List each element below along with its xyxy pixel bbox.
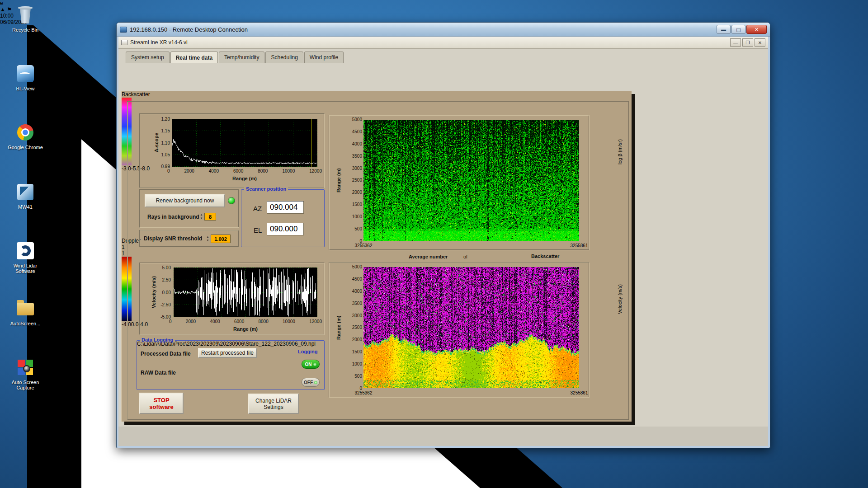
desktop-icon-label: Auto Screen Capture <box>4 380 47 390</box>
backscatter-xtick-right: 3255861 <box>571 243 588 248</box>
host-taskbar: e ▲ ⚑ 10:00 06/09/2023 <box>0 0 868 25</box>
tab-temp-humidity[interactable]: Temp/humidity <box>219 52 264 63</box>
backscatter-yticks: 5000450040003500300025002000150010005000 <box>345 117 362 244</box>
tick-label: 6000 <box>233 169 243 174</box>
app-window-title: StreamLine XR v14-6.vi <box>130 39 729 46</box>
tab-real-time-data[interactable]: Real time data <box>170 52 218 63</box>
desktop-icon-chrome[interactable]: Google Chrome <box>4 122 47 150</box>
desktop-icon-bl-view[interactable]: BL-View <box>4 63 47 91</box>
tick-label: 3500 <box>352 154 362 159</box>
desktop-icon-label: BL-View <box>4 86 47 91</box>
desktop-icon-label: AutoScreen... <box>4 321 47 326</box>
backscatter-xtick-left: 3255362 <box>355 243 373 248</box>
of-label: of <box>463 254 467 259</box>
ascope-xlabel: Range (m) <box>172 176 317 181</box>
tick-label: 8000 <box>259 319 269 324</box>
rays-value-field[interactable]: 8 <box>204 213 216 221</box>
desktop-icon-label: Google Chrome <box>4 145 47 150</box>
desktop-icon-wind-lidar[interactable]: Wind Lidar Software <box>4 240 47 274</box>
stop-software-button[interactable]: STOP software <box>139 393 184 414</box>
desktop-icon-autoscreen-folder[interactable]: AutoScreen... <box>4 298 47 326</box>
raw-data-file-label: RAW Data file <box>141 370 176 376</box>
internet-explorer-icon: e <box>0 0 3 6</box>
tab-wind-profile[interactable]: Wind profile <box>304 52 344 63</box>
tick-label: 3000 <box>352 166 362 171</box>
velocity-xlabel: Range (m) <box>174 326 317 332</box>
tick-label: 1.15 <box>161 128 170 133</box>
rdc-window-title: 192.168.0.150 - Remote Desktop Connectio… <box>130 26 716 33</box>
background-controls-group: Renew background now Rays in background … <box>139 189 239 228</box>
backscatter-toggle-label: Backscatter <box>531 253 559 259</box>
tab-scheduling[interactable]: Scheduling <box>265 52 303 63</box>
tick-label: 4000 <box>352 141 362 146</box>
backscatter-title: Backscatter <box>122 91 632 98</box>
rdc-close-button[interactable]: ✕ <box>746 25 767 34</box>
average-number-label: Average number <box>409 254 448 259</box>
ascope-xticks: 020004000600080001000012000 <box>167 169 322 174</box>
tick-label: 4500 <box>352 129 362 134</box>
renew-background-button[interactable]: Renew background now <box>145 194 225 207</box>
tick-label: 1500 <box>352 349 362 354</box>
snr-spinner[interactable]: ▲▼ <box>205 235 210 242</box>
rdc-icon <box>120 27 127 33</box>
tick-label: 5000 <box>352 264 362 269</box>
tick-label: 1.20 <box>161 117 170 122</box>
snr-value-field[interactable]: 1.002 <box>211 235 231 243</box>
tab-system-setup[interactable]: System setup <box>126 52 170 63</box>
tick-label: 0 <box>169 319 172 324</box>
el-value-field[interactable]: 090.000 <box>267 223 304 235</box>
scanner-position-title: Scanner position <box>244 186 288 192</box>
el-label: EL <box>254 226 262 234</box>
snr-threshold-group: Display SNR threshold ▲▼ 1.002 <box>139 230 239 247</box>
backscatter-heatmap-canvas <box>363 120 579 241</box>
doppler-xtick-left: 3255362 <box>355 390 373 395</box>
scanner-position-group: Scanner position AZ 090.004 EL 090.000 <box>241 189 325 247</box>
ascope-plot-group: A-scope 1.201.151.101.050.99 02000400060… <box>139 113 325 188</box>
recycle-bin-icon <box>15 5 36 25</box>
tab-strip: System setup Real time data Temp/humidit… <box>118 49 768 63</box>
tick-label: 2000 <box>186 319 196 324</box>
doppler-ylabel: Range (m) <box>336 267 341 388</box>
tick-label: 2000 <box>352 337 362 342</box>
ascope-plot-canvas <box>172 119 317 167</box>
logging-label: Logging <box>298 349 317 354</box>
rays-spinner[interactable]: ▲▼ <box>199 213 204 220</box>
bl-view-icon <box>15 63 36 84</box>
rays-in-background-label: Rays in background <box>147 214 199 220</box>
desktop-icon-recycle-bin[interactable]: Recycle Bin <box>4 5 47 33</box>
app-titlebar[interactable]: StreamLine XR v14-6.vi — ❐ ✕ <box>118 37 768 49</box>
tick-label: 2500 <box>352 178 362 183</box>
backscatter-colorbar-label: log β (m/sr) <box>617 119 623 184</box>
processed-logging-toggle[interactable]: ON <box>302 360 320 369</box>
az-value-field[interactable]: 090.004 <box>267 201 304 214</box>
rdc-window: 192.168.0.150 - Remote Desktop Connectio… <box>116 22 770 448</box>
desktop-icon-label: Recycle Bin <box>4 27 47 33</box>
auto-screen-capture-icon <box>15 357 36 378</box>
tick-label: 4000 <box>352 289 362 294</box>
desktop-icon-auto-screen-capture[interactable]: Auto Screen Capture <box>4 357 47 390</box>
off-label: OFF <box>304 380 313 385</box>
tick-label: 6000 <box>234 319 244 324</box>
desktop-icon-label: Wind Lidar Software <box>4 263 47 274</box>
tick-label: 0 <box>167 169 170 174</box>
raw-logging-toggle[interactable]: OFF <box>302 378 320 387</box>
tick-label: 1500 <box>352 202 362 207</box>
off-led <box>314 381 317 384</box>
app-close-button[interactable]: ✕ <box>755 38 765 47</box>
restart-processed-file-button[interactable]: Restart processed file <box>198 348 257 358</box>
taskbar-ie[interactable]: e <box>0 0 868 6</box>
tab-content: A-scope 1.201.151.101.050.99 02000400060… <box>118 63 768 427</box>
change-lidar-settings-button[interactable]: Change LiDAR Settings <box>248 394 299 414</box>
app-restore-button[interactable]: ❐ <box>742 38 753 47</box>
app-minimize-button[interactable]: — <box>730 38 741 47</box>
tick-label: 500 <box>354 374 362 379</box>
tick-label: 5000 <box>352 117 362 122</box>
desktop-icon-mw41[interactable]: MW41 <box>4 182 47 210</box>
tick-label: 1000 <box>352 361 362 366</box>
doppler-xtick-right: 3255861 <box>571 390 588 395</box>
rdc-minimize-button[interactable]: ▬ <box>717 25 731 34</box>
rdc-titlebar[interactable]: 192.168.0.150 - Remote Desktop Connectio… <box>117 23 770 37</box>
doppler-yticks: 5000450040003500300025002000150010005000 <box>345 264 362 391</box>
tick-label: 5.00 <box>162 265 171 270</box>
rdc-maximize-button[interactable]: ▢ <box>731 25 745 34</box>
